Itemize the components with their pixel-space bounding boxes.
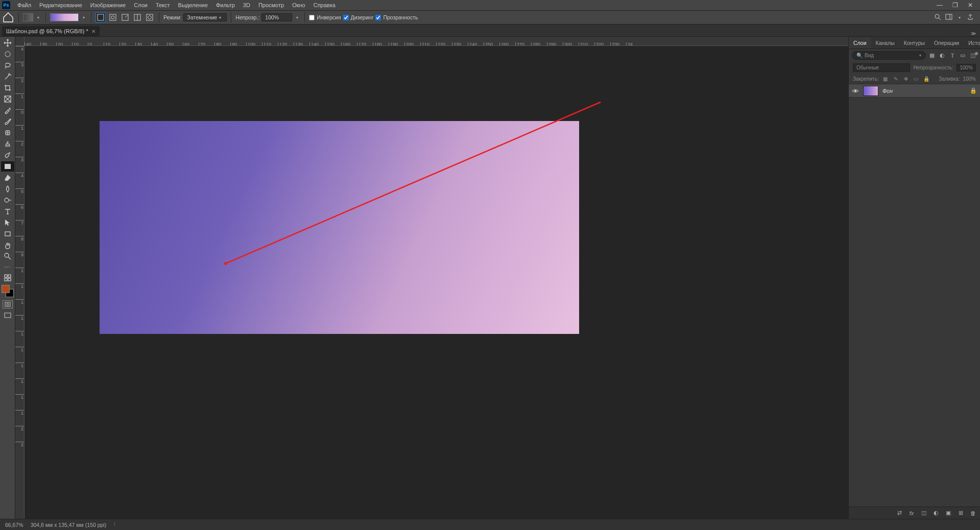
type-tool[interactable] <box>1 206 14 216</box>
adjustment-layer-button[interactable]: ◐ <box>932 509 940 517</box>
gradient-diamond-button[interactable] <box>145 12 155 22</box>
new-layer-button[interactable]: ⊞ <box>957 509 965 517</box>
menu-window[interactable]: Окно <box>288 1 309 10</box>
lock-all-icon[interactable]: 🔒 <box>923 75 930 82</box>
layer-item[interactable]: Фон 🔒 <box>849 84 980 98</box>
share-icon[interactable] <box>967 13 974 21</box>
gradient-radial-button[interactable] <box>108 12 118 22</box>
layer-opacity-input[interactable]: 100% <box>957 64 976 71</box>
screenmode-button[interactable] <box>3 311 13 320</box>
svg-rect-27 <box>8 278 11 281</box>
color-swatch[interactable] <box>2 285 14 297</box>
gradient-picker[interactable] <box>50 13 79 21</box>
tool-preset-picker[interactable] <box>23 13 33 21</box>
document-tab[interactable]: Шаблон.psd @ 66,7% (RGB/8) * ✕ <box>2 26 100 36</box>
eraser-tool[interactable] <box>1 173 14 183</box>
filter-image-icon[interactable]: ▦ <box>928 52 936 60</box>
window-minimize-button[interactable]: — <box>932 0 947 10</box>
path-select-tool[interactable] <box>1 218 14 228</box>
link-layers-button[interactable]: ⇄ <box>895 509 903 517</box>
document-info[interactable]: 304,8 мм x 135,47 мм (150 ppi) <box>31 522 107 528</box>
document-canvas[interactable] <box>100 121 579 334</box>
window-close-button[interactable]: ✕ <box>963 0 978 10</box>
vertical-ruler[interactable]: 43210123456789111111111122 <box>15 46 25 519</box>
lock-position-icon[interactable]: ✥ <box>902 75 910 82</box>
move-tool[interactable] <box>1 38 14 48</box>
workspace-icon[interactable] <box>945 13 952 21</box>
tab-close-button[interactable]: ✕ <box>91 29 95 34</box>
toolbar-more[interactable]: ⋯ <box>4 262 11 272</box>
filter-shape-icon[interactable]: ▭ <box>959 52 967 60</box>
svg-rect-28 <box>5 302 10 306</box>
canvas-viewport[interactable] <box>25 46 848 519</box>
hand-tool[interactable] <box>1 240 14 250</box>
menu-3d[interactable]: 3D <box>239 1 254 10</box>
tab-overflow-button[interactable]: ≫ <box>967 31 980 36</box>
horizontal-ruler[interactable]: 4030201001020304050607080901001101201301… <box>25 37 848 46</box>
menu-filter[interactable]: Фильтр <box>212 1 239 10</box>
home-button[interactable] <box>2 12 14 22</box>
magic-wand-tool[interactable] <box>1 71 14 82</box>
lasso-tool[interactable] <box>1 60 14 70</box>
brush-tool[interactable] <box>1 116 14 127</box>
tab-history[interactable]: История <box>964 37 980 49</box>
reverse-checkbox[interactable] <box>309 15 315 20</box>
quickmask-button[interactable] <box>3 300 13 308</box>
layer-search-input[interactable]: 🔍 Вид ▾ <box>852 51 926 60</box>
eyedropper-tool[interactable] <box>1 105 14 115</box>
blend-mode-select[interactable]: Затемнение▾ <box>183 13 227 21</box>
gradient-reflected-button[interactable] <box>132 12 142 22</box>
dither-checkbox[interactable] <box>343 15 349 20</box>
crop-tool[interactable] <box>1 83 14 93</box>
foreground-color[interactable] <box>2 285 10 293</box>
history-brush-tool[interactable] <box>1 150 14 160</box>
menu-help[interactable]: Справка <box>309 1 340 10</box>
layer-style-button[interactable]: fx <box>907 509 916 517</box>
document-tabbar: Шаблон.psd @ 66,7% (RGB/8) * ✕ ≫ <box>0 25 980 37</box>
shape-tool[interactable] <box>1 229 14 239</box>
menu-image[interactable]: Изображение <box>86 1 130 10</box>
edit-toolbar-button[interactable] <box>1 273 14 283</box>
tab-channels[interactable]: Каналы <box>871 37 899 49</box>
lock-artboard-icon[interactable]: ▭ <box>913 75 920 82</box>
menu-file[interactable]: Файл <box>13 1 35 10</box>
zoom-tool[interactable] <box>1 251 14 261</box>
menu-view[interactable]: Просмотр <box>254 1 288 10</box>
menu-select[interactable]: Выделение <box>174 1 212 10</box>
chevron-right-icon[interactable]: 〉 <box>113 521 118 528</box>
menu-text[interactable]: Текст <box>152 1 174 10</box>
gradient-linear-button[interactable] <box>95 12 106 22</box>
ruler-origin[interactable] <box>15 37 25 46</box>
zoom-level[interactable]: 66,67% <box>5 522 23 528</box>
window-restore-button[interactable]: ❐ <box>947 0 963 10</box>
opacity-input[interactable]: 100% <box>261 13 292 21</box>
tab-layers[interactable]: Слои <box>849 37 871 49</box>
layer-group-button[interactable]: ▣ <box>944 509 952 517</box>
blend-mode-dropdown[interactable]: Обычные <box>853 63 910 72</box>
gradient-angle-button[interactable] <box>120 12 130 22</box>
gradient-tool[interactable] <box>1 161 14 172</box>
transparency-checkbox[interactable] <box>375 15 381 20</box>
layer-thumbnail[interactable] <box>863 86 878 96</box>
lock-paint-icon[interactable]: ✎ <box>892 75 899 82</box>
search-icon[interactable] <box>934 13 941 21</box>
lock-pixels-icon[interactable]: ▦ <box>882 75 889 82</box>
tab-actions[interactable]: Операции <box>929 37 964 49</box>
clone-stamp-tool[interactable] <box>1 139 14 149</box>
marquee-tool[interactable] <box>1 49 14 59</box>
blur-tool[interactable] <box>1 184 14 194</box>
filter-type-icon[interactable]: T <box>948 52 957 60</box>
filter-adjust-icon[interactable]: ◐ <box>938 52 946 60</box>
dodge-tool[interactable] <box>1 195 14 205</box>
layer-fill-input[interactable]: 100% <box>963 76 976 82</box>
healing-tool[interactable] <box>1 128 14 138</box>
menu-layers[interactable]: Слои <box>130 1 152 10</box>
svg-line-8 <box>939 18 941 20</box>
visibility-toggle[interactable] <box>852 87 859 94</box>
tab-paths[interactable]: Контуры <box>899 37 929 49</box>
frame-tool[interactable] <box>1 94 14 104</box>
delete-layer-button[interactable]: 🗑 <box>969 509 977 517</box>
menu-edit[interactable]: Редактирование <box>35 1 86 10</box>
layer-mask-button[interactable]: ◫ <box>920 509 928 517</box>
layer-name[interactable]: Фон <box>882 88 893 94</box>
